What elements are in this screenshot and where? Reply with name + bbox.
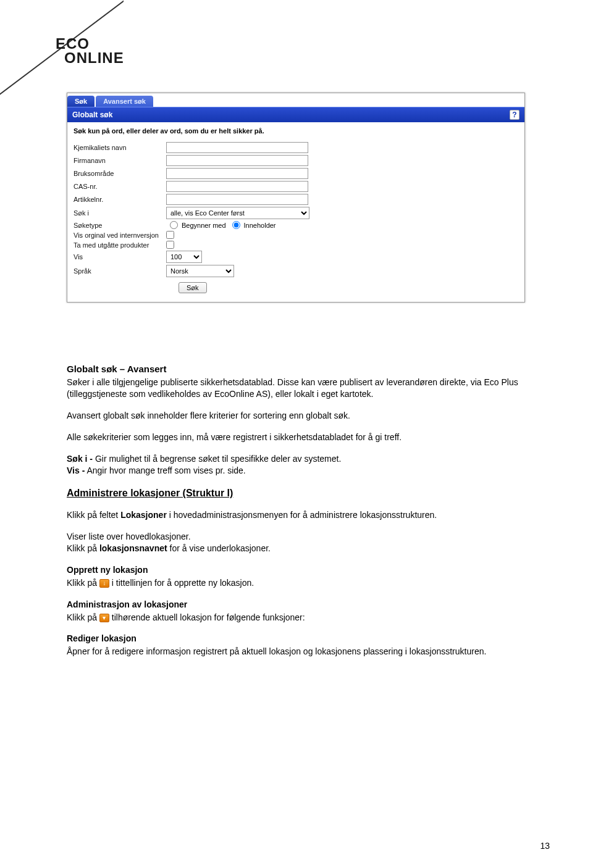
form-area: Søk kun på ord, eller deler av ord, som …	[67, 122, 524, 302]
label-vis-original: Vis orginal ved internversjon	[74, 232, 166, 239]
label-kjemikaliets-navn: Kjemikaliets navn	[74, 144, 166, 151]
text-p8a: Klikk på	[67, 578, 99, 588]
help-icon[interactable]: ?	[510, 110, 519, 120]
paragraph-10: Åpner for å redigere informasjon registr…	[67, 646, 542, 657]
search-button[interactable]: Søk	[179, 282, 207, 293]
text-p5a: Klikk på feltet	[67, 510, 120, 520]
heading-globalt-sok: Globalt søk – Avansert	[67, 363, 542, 375]
panel-header: Globalt søk ?	[67, 107, 524, 122]
text-p4b: Angir hvor mange treff som vises pr. sid…	[85, 465, 245, 475]
checkbox-ta-med[interactable]	[166, 241, 174, 249]
document-content: Globalt søk – Avansert Søker i alle tilg…	[67, 363, 542, 657]
instruction-text: Søk kun på ord, eller deler av ord, som …	[74, 127, 518, 135]
subheading-rediger: Rediger lokasjon	[67, 633, 542, 645]
paragraph-6-7: Viser liste over hovedlokasjoner. Klikk …	[67, 531, 542, 554]
bold-vis: Vis -	[67, 465, 85, 475]
input-cas-nr[interactable]	[166, 181, 308, 192]
select-sprak[interactable]: Norsk	[166, 265, 234, 277]
panel-title: Globalt søk	[72, 111, 112, 119]
label-artikkelnr: Artikkelnr.	[74, 196, 166, 203]
label-cas-nr: CAS-nr.	[74, 183, 166, 190]
paragraph-4: Søk i - Gir mulighet til å begrense søke…	[67, 453, 542, 477]
label-ta-med: Ta med utgåtte produkter	[74, 241, 166, 249]
logo: ECO ONLINE	[56, 37, 124, 65]
paragraph-8: Klikk på ↓ i tittellinjen for å opprette…	[67, 577, 542, 589]
text-p5b: i hovedadministrasjonsmenyen for å admin…	[167, 510, 437, 520]
label-sok-i: Søk i	[74, 209, 166, 217]
text-p9b: tilhørende aktuell lokasjon for følgende…	[109, 612, 305, 622]
page-number: 13	[540, 841, 550, 851]
label-sprak: Språk	[74, 267, 166, 275]
text-p9a: Klikk på	[67, 612, 99, 622]
paragraph-3: Alle søkekriterier som legges inn, må væ…	[67, 432, 542, 443]
input-artikkelnr[interactable]	[166, 194, 308, 205]
paragraph-2: Avansert globalt søk inneholder flere kr…	[67, 410, 542, 422]
subheading-administrasjon: Administrasjon av lokasjoner	[67, 599, 542, 611]
radio-label-inneholder: Inneholder	[244, 222, 276, 229]
paragraph-1: Søker i alle tilgjengelige publiserte si…	[67, 377, 542, 400]
text-p7b: for å vise underlokasjoner.	[167, 543, 271, 553]
select-vis[interactable]: 100	[166, 251, 202, 263]
radio-group-soketype: Begynner med Inneholder	[166, 221, 276, 229]
label-vis: Vis	[74, 253, 166, 261]
label-bruksomrade: Bruksområde	[74, 170, 166, 177]
heading-administrere-lokasjoner: Administrere lokasjoner (Struktur I)	[67, 486, 542, 500]
text-p8b: i tittellinjen for å opprette ny lokasjo…	[109, 578, 254, 588]
text-p4a: Gir mulighet til å begrense søket til sp…	[93, 454, 341, 464]
logo-line2: ONLINE	[64, 51, 124, 65]
input-bruksomrade[interactable]	[166, 168, 308, 179]
bold-lokasjoner: Lokasjoner	[120, 510, 167, 520]
subheading-opprett-ny: Opprett ny lokasjon	[67, 564, 542, 576]
input-firmanavn[interactable]	[166, 155, 308, 166]
radio-label-begynner-med: Begynner med	[182, 222, 226, 229]
input-kjemikaliets-navn[interactable]	[166, 142, 308, 153]
arrow-down-icon: ↓	[99, 579, 109, 588]
text-p6: Viser liste over hovedlokasjoner.	[67, 532, 191, 541]
checkbox-vis-original[interactable]	[166, 231, 174, 239]
screenshot-panel: Søk Avansert søk Globalt søk ? Søk kun p…	[67, 93, 525, 303]
tab-search[interactable]: Søk	[67, 96, 95, 107]
text-p7a: Klikk på	[67, 543, 99, 553]
label-firmanavn: Firmanavn	[74, 157, 166, 164]
bold-lokasjonsnavnet: lokasjonsnavnet	[99, 543, 167, 553]
tab-advanced-search[interactable]: Avansert søk	[96, 96, 153, 107]
tab-row: Søk Avansert søk	[67, 93, 524, 107]
select-sok-i[interactable]: alle, vis Eco Center først	[166, 207, 309, 219]
radio-inneholder[interactable]	[232, 221, 240, 229]
paragraph-5: Klikk på feltet Lokasjoner i hovedadmini…	[67, 509, 542, 521]
label-soketype: Søketype	[74, 222, 166, 229]
tools-icon: ▾	[99, 614, 109, 622]
radio-begynner-med[interactable]	[170, 221, 178, 229]
paragraph-9: Klikk på ▾ tilhørende aktuell lokasjon f…	[67, 612, 542, 624]
bold-sok-i: Søk i -	[67, 454, 93, 464]
